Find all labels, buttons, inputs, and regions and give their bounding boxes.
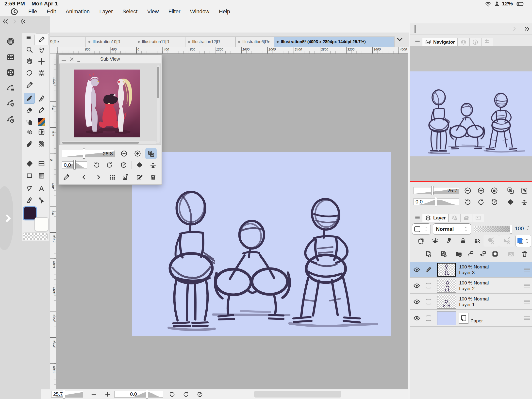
layer-row-layer2[interactable]: 100 % Normal Layer 2: [410, 278, 532, 294]
navigator-rotate-ccw-button[interactable]: [463, 197, 473, 207]
canvas-horizontal-scrollbar[interactable]: [254, 391, 341, 398]
bottom-zoom-in-button[interactable]: [103, 390, 112, 399]
quick-access-target-button[interactable]: [6, 114, 16, 124]
layer-row-layer3[interactable]: 100 % Normal Layer 3: [410, 262, 532, 278]
sub-view-zoom-slider[interactable]: 26.8: [62, 150, 115, 157]
clip-studio-logo-icon[interactable]: [10, 8, 18, 16]
tab-illustration5-active[interactable]: Illustration5* (4093 x 2894px 144dpi 25.…: [274, 36, 395, 47]
sub-view-rotate-cw-button[interactable]: [104, 160, 114, 170]
tool-palette-menu[interactable]: [25, 35, 32, 40]
tab-information[interactable]: [469, 38, 481, 46]
layer-row-layer1[interactable]: 100 % Normal Layer 1: [410, 294, 532, 310]
tab-layer-property[interactable]: [449, 214, 460, 222]
apply-mask-button[interactable]: [506, 249, 516, 259]
sub-view-image-area[interactable]: [59, 64, 161, 145]
paper-thumbnail[interactable]: [437, 311, 456, 325]
tool-zoom[interactable]: [24, 44, 35, 55]
tab-navigator[interactable]: Navigator: [422, 38, 458, 46]
tool-selection[interactable]: [24, 67, 35, 78]
sub-view-horizontal-scrollbar[interactable]: [61, 141, 157, 144]
collapse-left-icon[interactable]: [1, 18, 9, 25]
blend-mode-dropdown[interactable]: Normal: [433, 223, 471, 235]
sub-view-fit-vertical-button[interactable]: [148, 160, 158, 170]
tool-blend[interactable]: [24, 127, 35, 137]
quick-access-settings-button[interactable]: [6, 98, 16, 108]
tab-illustration11[interactable]: Illustration11[R: [135, 36, 185, 47]
edge-drawer-pull[interactable]: [0, 186, 13, 250]
sub-view-fit-to-screen-button[interactable]: [145, 148, 157, 159]
layer1-thumbnail[interactable]: [437, 295, 456, 309]
bottom-rotate-cw-button[interactable]: [181, 390, 191, 399]
layer2-thumbnail[interactable]: [437, 279, 456, 293]
sub-view-edit-image-button[interactable]: [134, 172, 144, 182]
tool-move-layer[interactable]: [36, 56, 47, 67]
tool-object-select[interactable]: [36, 195, 47, 205]
tool-gradient[interactable]: [36, 170, 47, 181]
material-panel-button[interactable]: [6, 67, 16, 77]
set-as-ruler-button[interactable]: [430, 236, 440, 246]
menu-view[interactable]: View: [147, 8, 159, 15]
tab-layer-template[interactable]: [472, 214, 484, 222]
navigator-flip-vertical-button[interactable]: [519, 197, 530, 207]
enable-mask-button[interactable]: [483, 235, 499, 247]
new-raster-layer-button[interactable]: [423, 249, 433, 259]
collapse-palette-icon[interactable]: [19, 18, 27, 25]
tool-fill[interactable]: [24, 158, 35, 169]
panel-expand-icon[interactable]: [524, 25, 531, 32]
sub-view-rotate-ccw-button[interactable]: [92, 160, 101, 170]
tool-eraser[interactable]: [24, 105, 35, 116]
bottom-zoom-slider[interactable]: 25.7: [51, 391, 83, 398]
tool-hand[interactable]: [36, 44, 47, 55]
navigator-preview[interactable]: [410, 46, 532, 182]
sub-view-eyedropper-button[interactable]: [61, 172, 71, 182]
create-layer-mask-button[interactable]: [490, 249, 500, 259]
menu-edit[interactable]: Edit: [47, 8, 56, 15]
tool-frame-border[interactable]: [36, 158, 47, 169]
paper-visibility-toggle[interactable]: [410, 310, 423, 326]
bottom-rotate-ccw-button[interactable]: [167, 390, 177, 399]
clip-to-layer-below-button[interactable]: [416, 236, 426, 246]
paper-drag-handle[interactable]: [524, 316, 530, 320]
show-ruler-range-button[interactable]: [499, 235, 515, 247]
tool-figure[interactable]: [24, 170, 35, 181]
layer3-thumbnail[interactable]: [437, 263, 456, 277]
menu-window[interactable]: Window: [190, 8, 209, 15]
tool-pen-selected[interactable]: [24, 93, 35, 104]
tool-airbrush[interactable]: [24, 116, 35, 127]
layer1-visibility-toggle[interactable]: [410, 294, 423, 309]
lock-layer-button[interactable]: [458, 236, 468, 246]
navigator-zoom-out-button[interactable]: [463, 185, 473, 196]
delete-layer-button[interactable]: [519, 249, 530, 259]
canvas[interactable]: [132, 152, 391, 336]
layer1-select-checkbox[interactable]: [423, 294, 434, 309]
tab-history[interactable]: [481, 38, 493, 46]
tool-correction[interactable]: [24, 138, 35, 149]
tool-decoration[interactable]: [36, 116, 47, 127]
transfer-to-lower-layer-button[interactable]: [465, 249, 476, 259]
sub-view-open-image-button[interactable]: [120, 172, 130, 182]
tool-pencil[interactable]: [36, 105, 47, 116]
navigator-flip-horizontal-button[interactable]: [505, 197, 516, 207]
navigator-rotate-cw-button[interactable]: [476, 197, 486, 207]
reference-layer-button[interactable]: [444, 236, 454, 246]
sub-view-rotation-handle[interactable]: [73, 160, 76, 170]
auto-action-panel-button[interactable]: [6, 83, 16, 93]
right-panel-drag-handle[interactable]: [413, 25, 416, 33]
bottom-zoom-out-button[interactable]: [89, 390, 99, 399]
paper-select-checkbox[interactable]: [423, 310, 434, 326]
menu-help[interactable]: Help: [219, 8, 230, 15]
tab-sub-view-panel[interactable]: [458, 38, 469, 46]
tool-pen-nib[interactable]: [36, 93, 47, 104]
bottom-rotation-slider-track[interactable]: 0.0: [128, 391, 163, 398]
menu-file[interactable]: File: [28, 8, 37, 15]
navigator-reset-rotation-button[interactable]: [489, 197, 499, 207]
layer1-drag-handle[interactable]: [524, 300, 530, 303]
timeline-panel-button[interactable]: [6, 52, 16, 62]
layer3-visibility-toggle[interactable]: [410, 262, 423, 277]
expand-right-icon[interactable]: [11, 18, 18, 25]
sub-view-previous-image-button[interactable]: [79, 172, 89, 182]
secondary-color-swatch[interactable]: [34, 217, 49, 231]
tool-eyedropper[interactable]: [24, 80, 35, 90]
menu-filter[interactable]: Filter: [168, 8, 181, 15]
new-vector-layer-button[interactable]: [439, 249, 449, 259]
